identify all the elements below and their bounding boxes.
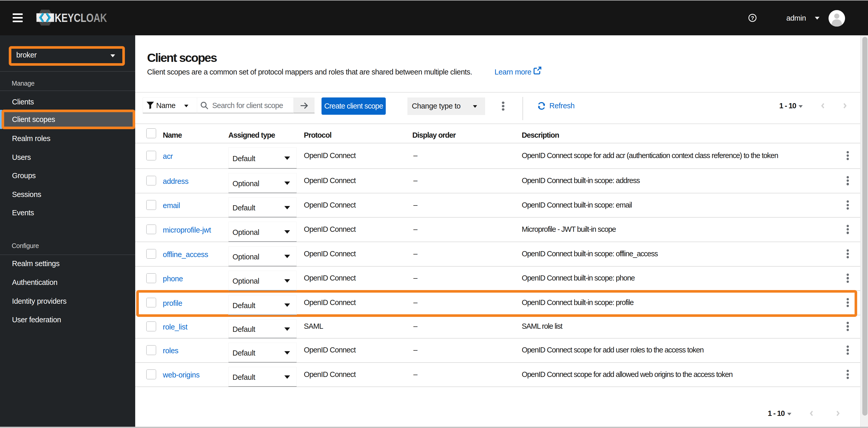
svg-text:?: ? xyxy=(751,15,754,21)
svg-text:KEYCLOAK: KEYCLOAK xyxy=(55,11,107,25)
